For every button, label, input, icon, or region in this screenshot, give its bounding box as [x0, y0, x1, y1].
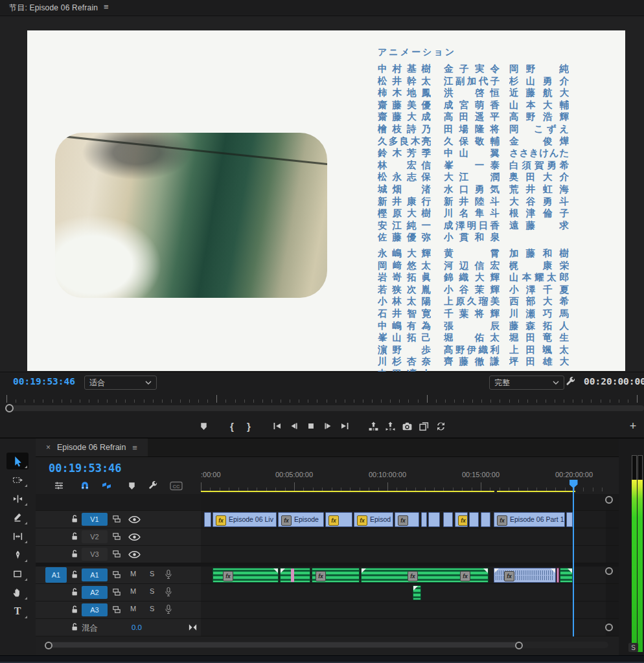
add-marker-button[interactable] — [124, 478, 139, 493]
tracks-scroll-handle[interactable] — [605, 624, 613, 631]
zoom-fit-select[interactable]: 适合 — [84, 376, 157, 390]
master-track-lane[interactable] — [201, 619, 606, 636]
eye[interactable] — [128, 550, 141, 559]
program-zoom-scrollbar[interactable] — [6, 405, 644, 411]
timeline-clip-video[interactable]: fx — [455, 512, 468, 527]
track-name-button-a3[interactable]: A3 — [82, 603, 108, 616]
timeline-clip-video[interactable]: fx — [395, 512, 419, 527]
timeline-clip-video[interactable] — [428, 512, 440, 527]
timeline-clip-audio[interactable]: fx — [213, 568, 279, 583]
mute-button[interactable]: M — [130, 605, 136, 612]
timeline-clip-audio[interactable]: fx — [312, 568, 360, 583]
lift-button[interactable] — [365, 418, 382, 434]
solo-button[interactable]: S — [150, 605, 154, 612]
sync-lock[interactable] — [111, 549, 122, 559]
captions-button[interactable]: CC — [168, 478, 184, 493]
track-spacer-lane[interactable] — [201, 494, 606, 511]
timeline-clip-audio[interactable] — [557, 568, 559, 583]
mark-in-button[interactable]: { — [224, 418, 240, 434]
panel-menu-icon[interactable]: ≡ — [104, 2, 109, 12]
timeline-clip-audio[interactable] — [413, 585, 421, 600]
lock-open[interactable] — [70, 570, 79, 579]
timeline-clip-video[interactable] — [469, 512, 479, 527]
audio-track-a3-lane[interactable] — [201, 601, 606, 619]
go-to-in-button[interactable] — [269, 418, 286, 434]
snap-button[interactable] — [77, 478, 93, 493]
timeline-clip-video[interactable]: fxEpisode 06 Liv — [213, 512, 277, 527]
mic[interactable] — [165, 587, 172, 597]
timeline-clip-video[interactable]: fxEpisode — [278, 512, 324, 527]
program-current-timecode[interactable]: 00:19:53:46 — [13, 376, 75, 387]
timeline-horizontal-scrollbar-bar[interactable] — [49, 642, 519, 647]
linked-selection-button[interactable] — [98, 478, 114, 493]
lock-open[interactable] — [70, 622, 79, 632]
sync-lock[interactable] — [111, 570, 122, 579]
sync-lock[interactable] — [111, 514, 122, 524]
master-volume-value[interactable]: 0.0 — [132, 624, 142, 631]
type-tool[interactable]: T — [6, 603, 29, 620]
step-back-button[interactable] — [286, 418, 303, 434]
video-track-v1-lane[interactable]: fxEpisode 06 LivfxEpisodefxfxEpisodfxfxf… — [201, 511, 606, 528]
eye[interactable] — [128, 515, 141, 524]
sync-lock[interactable] — [111, 605, 122, 614]
razor-tool[interactable] — [6, 509, 29, 526]
timeline-clip-video[interactable] — [566, 512, 573, 527]
timeline-clip-audio[interactable] — [560, 568, 573, 583]
timeline-clip-video[interactable] — [421, 512, 427, 527]
panel-menu-icon[interactable]: ≡ — [132, 443, 137, 453]
pen-tool[interactable] — [6, 546, 29, 563]
export-frame-button[interactable] — [398, 418, 415, 434]
rectangle-tool[interactable] — [6, 565, 29, 582]
sync-lock[interactable] — [111, 587, 122, 597]
close-tab-icon[interactable]: × — [46, 443, 51, 452]
mark-out-button[interactable]: } — [240, 418, 257, 434]
timeline-current-timecode[interactable]: 00:19:53:46 — [49, 462, 122, 475]
timeline-clip-audio[interactable]: fx — [494, 568, 556, 583]
add-marker-button[interactable] — [195, 418, 212, 434]
track-name-button-v3[interactable]: V3 — [82, 548, 108, 561]
slip-tool[interactable] — [6, 528, 29, 545]
eye[interactable] — [128, 533, 141, 541]
solo-button[interactable]: S — [150, 587, 154, 595]
lock-open[interactable] — [70, 549, 79, 559]
sequence-tab[interactable]: × Episode 06 Refrain ≡ — [36, 438, 148, 456]
ripple-edit-tool[interactable] — [6, 490, 29, 507]
timeline-clip-video[interactable]: fxEpisode 06 Part 1 — [494, 512, 565, 527]
hand-tool[interactable] — [6, 584, 29, 601]
nest-button[interactable] — [51, 478, 67, 493]
go-to-out-button[interactable] — [336, 418, 353, 434]
toggle-proxies-button[interactable] — [432, 418, 449, 434]
program-settings-wrench-icon[interactable] — [565, 376, 576, 387]
mute-button[interactable]: M — [130, 570, 136, 578]
mute-button[interactable]: M — [130, 587, 136, 595]
button-editor-plus-button[interactable]: + — [626, 418, 640, 434]
timeline-clip-audio[interactable]: fxfx — [361, 568, 489, 583]
playback-resolution-select[interactable]: 完整 — [489, 376, 564, 390]
stop-button[interactable] — [303, 418, 319, 434]
track-name-button-a2[interactable]: A2 — [82, 586, 108, 599]
program-zoom-scrollbar-handle[interactable] — [5, 404, 14, 412]
timeline-clip-video[interactable] — [481, 512, 490, 527]
video-tracks-resize-handle[interactable] — [605, 496, 613, 504]
lock-open[interactable] — [70, 587, 79, 597]
audio-tracks-resize-handle[interactable] — [605, 567, 613, 575]
sync-lock[interactable] — [111, 532, 122, 541]
program-mini-ruler[interactable] — [6, 394, 640, 403]
video-track-v2-lane[interactable] — [201, 528, 606, 546]
comparison-view-button[interactable] — [415, 418, 432, 434]
step-forward-button[interactable] — [319, 418, 336, 434]
add-keyframe-icon[interactable] — [188, 624, 198, 631]
timeline-ruler[interactable]: :00:0000:05:00:0000:10:00:0000:15:00:000… — [201, 468, 619, 493]
lock-open[interactable] — [70, 514, 79, 524]
track-select-forward-tool[interactable] — [6, 471, 29, 488]
lock-open[interactable] — [70, 532, 79, 541]
extract-button[interactable] — [382, 418, 398, 434]
track-name-button-v1[interactable]: V1 — [82, 513, 108, 526]
timeline-clip-video[interactable]: fxEpisod — [354, 512, 393, 527]
timeline-clip-audio[interactable] — [280, 568, 310, 583]
timeline-clip-video[interactable] — [443, 512, 453, 527]
timeline-clip-video[interactable]: fx — [325, 512, 352, 527]
timeline-hscroll-left-handle[interactable] — [45, 642, 52, 649]
track-name-button-a1[interactable]: A1 — [82, 568, 108, 581]
lock-open[interactable] — [70, 605, 79, 614]
